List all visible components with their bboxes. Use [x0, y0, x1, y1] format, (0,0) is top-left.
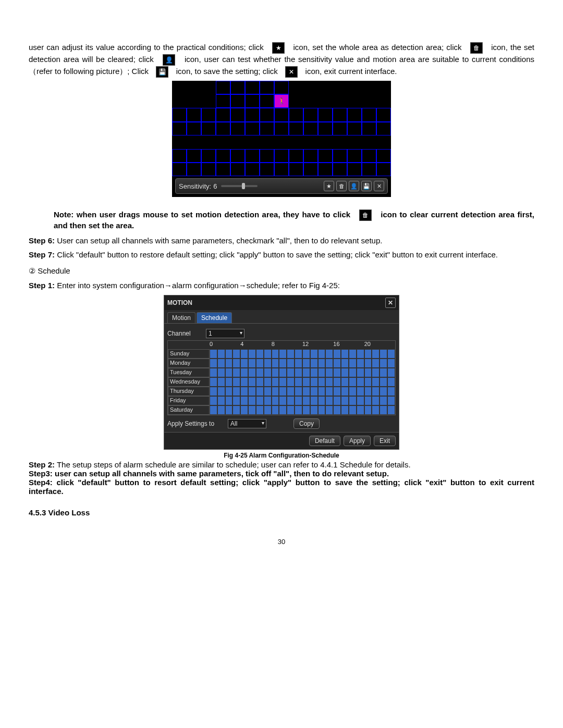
star-icon[interactable]: ★: [324, 181, 334, 191]
schedule-cell[interactable]: [248, 405, 256, 415]
schedule-cell[interactable]: [387, 405, 395, 415]
schedule-cell[interactable]: [372, 387, 380, 396]
schedule-cell[interactable]: [325, 396, 333, 405]
schedule-cell[interactable]: [248, 396, 256, 405]
schedule-cell[interactable]: [264, 368, 272, 377]
schedule-cell[interactable]: [380, 359, 387, 368]
schedule-cell[interactable]: [310, 359, 318, 368]
schedule-cell[interactable]: [295, 387, 302, 396]
schedule-cell[interactable]: [210, 396, 217, 405]
schedule-cell[interactable]: [333, 377, 341, 387]
schedule-cell[interactable]: [349, 377, 357, 387]
schedule-cell[interactable]: [210, 349, 217, 359]
schedule-cell[interactable]: [310, 349, 318, 359]
schedule-cell[interactable]: [372, 396, 380, 405]
schedule-cell[interactable]: [272, 396, 279, 405]
schedule-cell[interactable]: [357, 368, 364, 377]
slider-thumb[interactable]: [242, 183, 245, 189]
schedule-cell[interactable]: [333, 359, 341, 368]
schedule-cell[interactable]: [302, 405, 310, 415]
schedule-cell[interactable]: [341, 349, 349, 359]
schedule-cell[interactable]: [387, 368, 395, 377]
schedule-cell[interactable]: [302, 377, 310, 387]
schedule-cell[interactable]: [279, 396, 287, 405]
schedule-cell[interactable]: [240, 405, 248, 415]
schedule-cell[interactable]: [287, 387, 295, 396]
schedule-cell[interactable]: [287, 349, 295, 359]
schedule-cell[interactable]: [318, 387, 326, 396]
schedule-cell[interactable]: [310, 377, 318, 387]
schedule-cell[interactable]: [302, 396, 310, 405]
schedule-cell[interactable]: [256, 396, 264, 405]
schedule-cell[interactable]: [357, 359, 364, 368]
schedule-cell[interactable]: [256, 405, 264, 415]
schedule-cell[interactable]: [364, 359, 372, 368]
schedule-cell[interactable]: [325, 359, 333, 368]
schedule-cell[interactable]: [310, 387, 318, 396]
schedule-cell[interactable]: [240, 368, 248, 377]
schedule-cell[interactable]: [325, 349, 333, 359]
schedule-cell[interactable]: [333, 387, 341, 396]
schedule-cell[interactable]: [232, 349, 240, 359]
schedule-cell[interactable]: [325, 368, 333, 377]
schedule-cell[interactable]: [380, 396, 387, 405]
schedule-cell[interactable]: [387, 377, 395, 387]
schedule-cell[interactable]: [325, 405, 333, 415]
schedule-cell[interactable]: [256, 377, 264, 387]
schedule-cell[interactable]: [318, 396, 326, 405]
schedule-cell[interactable]: [210, 405, 217, 415]
sensitivity-slider[interactable]: [221, 185, 258, 187]
schedule-cell[interactable]: [272, 377, 279, 387]
schedule-cell[interactable]: [341, 405, 349, 415]
schedule-cell[interactable]: [310, 405, 318, 415]
schedule-cell[interactable]: [380, 377, 387, 387]
schedule-cell[interactable]: [232, 359, 240, 368]
schedule-cell[interactable]: [380, 387, 387, 396]
schedule-cell[interactable]: [217, 405, 225, 415]
schedule-cell[interactable]: [264, 387, 272, 396]
schedule-cell[interactable]: [357, 387, 364, 396]
close-icon[interactable]: ✕: [385, 298, 396, 308]
schedule-cell[interactable]: [217, 387, 225, 396]
schedule-cell[interactable]: [372, 368, 380, 377]
schedule-cell[interactable]: [380, 405, 387, 415]
schedule-cell[interactable]: [279, 387, 287, 396]
schedule-cell[interactable]: [318, 359, 326, 368]
schedule-cell[interactable]: [295, 368, 302, 377]
schedule-cell[interactable]: [225, 405, 233, 415]
schedule-cell[interactable]: [333, 368, 341, 377]
schedule-cell[interactable]: [357, 349, 364, 359]
schedule-cell[interactable]: [264, 377, 272, 387]
schedule-cell[interactable]: [217, 368, 225, 377]
schedule-cell[interactable]: [248, 377, 256, 387]
schedule-cell[interactable]: [357, 377, 364, 387]
schedule-cell[interactable]: [302, 349, 310, 359]
schedule-cell[interactable]: [217, 377, 225, 387]
schedule-cell[interactable]: [295, 377, 302, 387]
schedule-cell[interactable]: [333, 405, 341, 415]
schedule-cell[interactable]: [264, 349, 272, 359]
schedule-cell[interactable]: [287, 368, 295, 377]
exit-button[interactable]: Exit: [374, 436, 396, 446]
schedule-cell[interactable]: [318, 377, 326, 387]
schedule-cell[interactable]: [372, 405, 380, 415]
schedule-cell[interactable]: [248, 349, 256, 359]
schedule-cell[interactable]: [225, 377, 233, 387]
schedule-cell[interactable]: [225, 359, 233, 368]
schedule-cell[interactable]: [387, 359, 395, 368]
schedule-cell[interactable]: [279, 349, 287, 359]
schedule-cell[interactable]: [240, 359, 248, 368]
schedule-cell[interactable]: [364, 368, 372, 377]
schedule-cell[interactable]: [272, 405, 279, 415]
schedule-cell[interactable]: [341, 377, 349, 387]
schedule-cell[interactable]: [325, 377, 333, 387]
copy-button[interactable]: Copy: [293, 418, 320, 429]
schedule-cell[interactable]: [287, 377, 295, 387]
schedule-cell[interactable]: [364, 377, 372, 387]
tab-schedule[interactable]: Schedule: [197, 312, 232, 323]
schedule-cell[interactable]: [357, 396, 364, 405]
schedule-cell[interactable]: [264, 405, 272, 415]
schedule-cell[interactable]: [387, 387, 395, 396]
schedule-cell[interactable]: [380, 368, 387, 377]
schedule-cell[interactable]: [325, 387, 333, 396]
